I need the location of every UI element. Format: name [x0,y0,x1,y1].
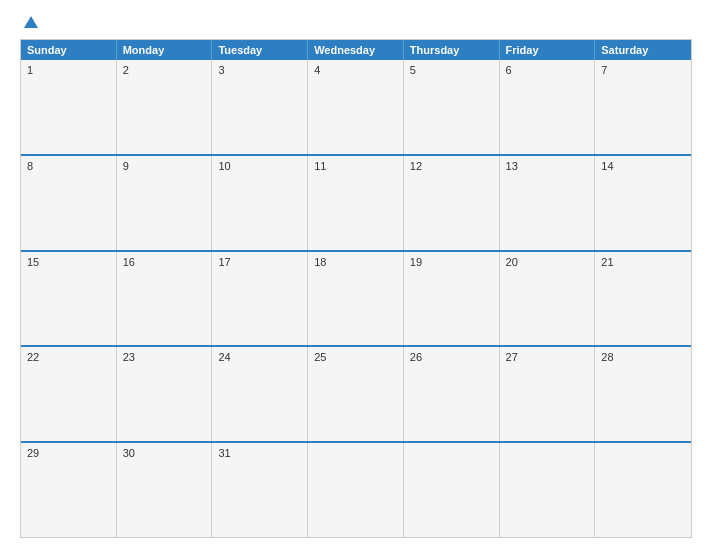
day-cell: 19 [404,252,500,346]
logo-triangle-icon [24,16,38,28]
day-number: 7 [601,64,685,76]
day-header-sunday: Sunday [21,40,117,60]
day-number: 1 [27,64,110,76]
day-cell: 15 [21,252,117,346]
day-number: 8 [27,160,110,172]
day-number: 18 [314,256,397,268]
day-cell: 14 [595,156,691,250]
day-number: 4 [314,64,397,76]
week-row-1: 1234567 [21,60,691,154]
day-header-friday: Friday [500,40,596,60]
day-cell: 22 [21,347,117,441]
day-number: 2 [123,64,206,76]
header [20,16,692,29]
day-header-thursday: Thursday [404,40,500,60]
day-cell [308,443,404,537]
day-number: 24 [218,351,301,363]
day-cell: 23 [117,347,213,441]
day-cell: 25 [308,347,404,441]
day-number: 23 [123,351,206,363]
day-number: 17 [218,256,301,268]
day-number: 5 [410,64,493,76]
day-number: 28 [601,351,685,363]
day-number: 3 [218,64,301,76]
day-number: 26 [410,351,493,363]
day-cell: 13 [500,156,596,250]
day-cell [595,443,691,537]
week-row-4: 22232425262728 [21,345,691,441]
day-number: 21 [601,256,685,268]
week-row-3: 15161718192021 [21,250,691,346]
day-header-monday: Monday [117,40,213,60]
day-number: 29 [27,447,110,459]
day-cell: 24 [212,347,308,441]
day-number: 25 [314,351,397,363]
day-number: 9 [123,160,206,172]
week-row-5: 293031 [21,441,691,537]
day-cell: 30 [117,443,213,537]
day-number: 12 [410,160,493,172]
day-cell: 29 [21,443,117,537]
day-cell: 9 [117,156,213,250]
day-cell: 5 [404,60,500,154]
day-cell: 3 [212,60,308,154]
calendar-page: SundayMondayTuesdayWednesdayThursdayFrid… [0,0,712,550]
day-header-wednesday: Wednesday [308,40,404,60]
day-cell: 21 [595,252,691,346]
day-headers-row: SundayMondayTuesdayWednesdayThursdayFrid… [21,40,691,60]
day-cell: 10 [212,156,308,250]
day-cell: 4 [308,60,404,154]
day-number: 14 [601,160,685,172]
day-cell: 12 [404,156,500,250]
day-cell: 2 [117,60,213,154]
day-number: 6 [506,64,589,76]
day-number: 19 [410,256,493,268]
day-number: 30 [123,447,206,459]
day-cell: 11 [308,156,404,250]
day-cell: 16 [117,252,213,346]
day-number: 27 [506,351,589,363]
week-row-2: 891011121314 [21,154,691,250]
day-number: 11 [314,160,397,172]
day-cell: 31 [212,443,308,537]
day-number: 15 [27,256,110,268]
day-cell: 27 [500,347,596,441]
day-cell: 20 [500,252,596,346]
day-number: 31 [218,447,301,459]
logo [20,16,110,29]
day-number: 10 [218,160,301,172]
day-cell: 17 [212,252,308,346]
day-number: 22 [27,351,110,363]
logo-blue-container [20,16,38,29]
day-header-saturday: Saturday [595,40,691,60]
day-cell: 26 [404,347,500,441]
day-cell: 6 [500,60,596,154]
day-cell: 8 [21,156,117,250]
day-number: 16 [123,256,206,268]
day-cell: 7 [595,60,691,154]
day-cell: 18 [308,252,404,346]
day-cell [500,443,596,537]
day-number: 20 [506,256,589,268]
day-number: 13 [506,160,589,172]
calendar-weeks: 1234567891011121314151617181920212223242… [21,60,691,537]
day-cell: 1 [21,60,117,154]
day-header-tuesday: Tuesday [212,40,308,60]
calendar-grid: SundayMondayTuesdayWednesdayThursdayFrid… [20,39,692,538]
day-cell: 28 [595,347,691,441]
day-cell [404,443,500,537]
